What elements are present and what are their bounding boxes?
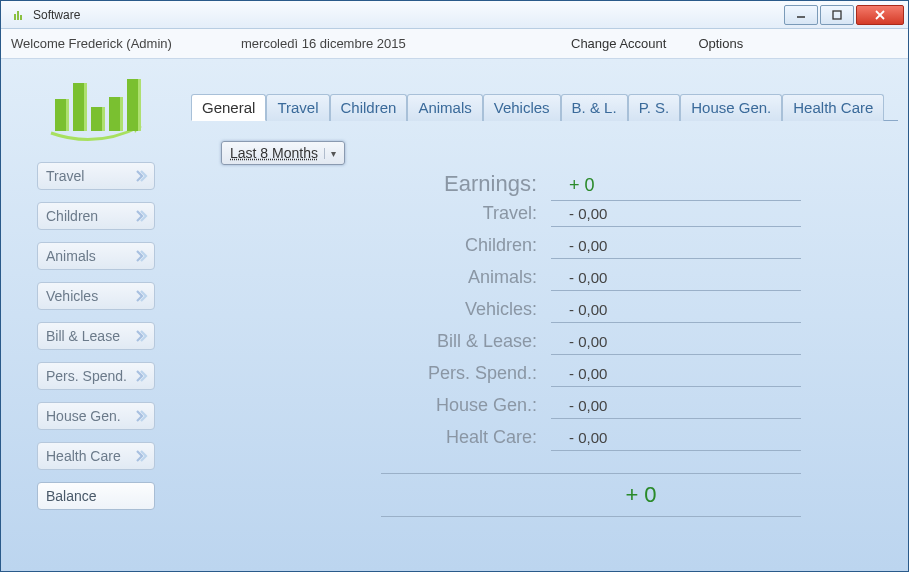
chevron-right-icon — [134, 249, 148, 266]
change-account-link[interactable]: Change Account — [571, 36, 666, 51]
svg-rect-9 — [66, 99, 69, 131]
row-label: Children: — [381, 235, 551, 256]
sidebar-item-label: Children — [46, 208, 98, 224]
sidebar-item-pers-spend[interactable]: Pers. Spend. — [37, 362, 155, 390]
svg-rect-14 — [109, 97, 120, 131]
chevron-right-icon — [134, 369, 148, 386]
svg-rect-11 — [84, 83, 87, 131]
tab-vehicles[interactable]: Vehicles — [483, 94, 561, 121]
sidebar-item-children[interactable]: Children — [37, 202, 155, 230]
earnings-row: Earnings: + 0 — [381, 171, 801, 203]
minimize-button[interactable] — [784, 5, 818, 25]
summary-row: Travel:- 0,00 — [381, 203, 801, 235]
sidebar-item-label: Health Care — [46, 448, 121, 464]
chevron-right-icon — [134, 209, 148, 226]
summary-table: Earnings: + 0 Travel:- 0,00 Children:- 0… — [221, 171, 801, 517]
tab-bl[interactable]: B. & L. — [561, 94, 628, 121]
svg-rect-1 — [17, 11, 19, 20]
row-label: Animals: — [381, 267, 551, 288]
row-value: - 0,00 — [551, 365, 801, 387]
svg-rect-4 — [833, 11, 841, 19]
summary-row: Pers. Spend.:- 0,00 — [381, 363, 801, 395]
chevron-right-icon — [134, 289, 148, 306]
row-label: Vehicles: — [381, 299, 551, 320]
summary-row: Children:- 0,00 — [381, 235, 801, 267]
tab-ps[interactable]: P. S. — [628, 94, 681, 121]
tab-house-gen[interactable]: House Gen. — [680, 94, 782, 121]
svg-rect-2 — [20, 15, 22, 20]
tab-children[interactable]: Children — [330, 94, 408, 121]
svg-rect-8 — [55, 99, 66, 131]
options-link[interactable]: Options — [698, 36, 743, 51]
app-window: Software Welcome Frederick (Admin) merco… — [0, 0, 909, 572]
tab-travel[interactable]: Travel — [266, 94, 329, 121]
close-button[interactable] — [856, 5, 904, 25]
tab-label: B. & L. — [572, 99, 617, 116]
total-row: + 0 — [381, 473, 801, 517]
row-value: - 0,00 — [551, 269, 801, 291]
app-icon — [11, 7, 27, 23]
general-panel: Last 8 Months ▾ Earnings: + 0 Travel:- 0… — [191, 121, 898, 527]
header-bar: Welcome Frederick (Admin) mercoledì 16 d… — [1, 29, 908, 59]
chevron-right-icon — [134, 329, 148, 346]
svg-rect-16 — [127, 79, 138, 131]
sidebar-item-label: Travel — [46, 168, 84, 184]
summary-row: Bill & Lease:- 0,00 — [381, 331, 801, 363]
sidebar: Travel Children Animals Vehicles Bill & … — [11, 69, 181, 561]
sidebar-item-health-care[interactable]: Health Care — [37, 442, 155, 470]
main-panel: General Travel Children Animals Vehicles… — [181, 69, 898, 561]
row-value: - 0,00 — [551, 205, 801, 227]
sidebar-item-label: Animals — [46, 248, 96, 264]
sidebar-item-label: Pers. Spend. — [46, 368, 127, 384]
sidebar-item-balance[interactable]: Balance — [37, 482, 155, 510]
sidebar-item-label: Bill & Lease — [46, 328, 120, 344]
chevron-right-icon — [134, 409, 148, 426]
tab-label: P. S. — [639, 99, 670, 116]
row-label: Bill & Lease: — [381, 331, 551, 352]
welcome-text: Welcome Frederick (Admin) — [11, 36, 241, 51]
tab-label: Travel — [277, 99, 318, 116]
tab-label: Children — [341, 99, 397, 116]
row-value: - 0,00 — [551, 397, 801, 419]
earnings-value: + 0 — [551, 175, 801, 201]
tab-general[interactable]: General — [191, 94, 266, 121]
sidebar-item-animals[interactable]: Animals — [37, 242, 155, 270]
row-value: - 0,00 — [551, 301, 801, 323]
sidebar-item-bill-lease[interactable]: Bill & Lease — [37, 322, 155, 350]
tab-label: House Gen. — [691, 99, 771, 116]
sidebar-item-vehicles[interactable]: Vehicles — [37, 282, 155, 310]
svg-rect-13 — [102, 107, 105, 131]
date-text: mercoledì 16 dicembre 2015 — [241, 36, 551, 51]
tab-health-care[interactable]: Health Care — [782, 94, 884, 121]
svg-rect-10 — [73, 83, 84, 131]
period-dropdown-label: Last 8 Months — [230, 145, 318, 161]
sidebar-item-label: Balance — [46, 488, 97, 504]
period-dropdown[interactable]: Last 8 Months ▾ — [221, 141, 345, 165]
tab-label: Health Care — [793, 99, 873, 116]
window-title: Software — [33, 8, 782, 22]
tab-label: Animals — [418, 99, 471, 116]
window-buttons — [782, 5, 904, 25]
row-value: - 0,00 — [551, 237, 801, 259]
summary-row: Animals:- 0,00 — [381, 267, 801, 299]
content-area: Travel Children Animals Vehicles Bill & … — [1, 59, 908, 571]
sidebar-item-house-gen[interactable]: House Gen. — [37, 402, 155, 430]
row-value: - 0,00 — [551, 429, 801, 451]
row-label: Healt Care: — [381, 427, 551, 448]
svg-rect-15 — [120, 97, 123, 131]
row-value: - 0,00 — [551, 333, 801, 355]
tab-animals[interactable]: Animals — [407, 94, 482, 121]
earnings-label: Earnings: — [381, 171, 551, 197]
row-label: Travel: — [381, 203, 551, 224]
tab-label: Vehicles — [494, 99, 550, 116]
tab-strip: General Travel Children Animals Vehicles… — [191, 93, 898, 121]
chevron-right-icon — [134, 449, 148, 466]
summary-row: House Gen.:- 0,00 — [381, 395, 801, 427]
maximize-button[interactable] — [820, 5, 854, 25]
svg-rect-17 — [138, 79, 141, 131]
svg-rect-0 — [14, 14, 16, 20]
logo-chart-icon — [41, 71, 151, 146]
sidebar-item-travel[interactable]: Travel — [37, 162, 155, 190]
summary-row: Healt Care:- 0,00 — [381, 427, 801, 459]
tab-label: General — [202, 99, 255, 116]
